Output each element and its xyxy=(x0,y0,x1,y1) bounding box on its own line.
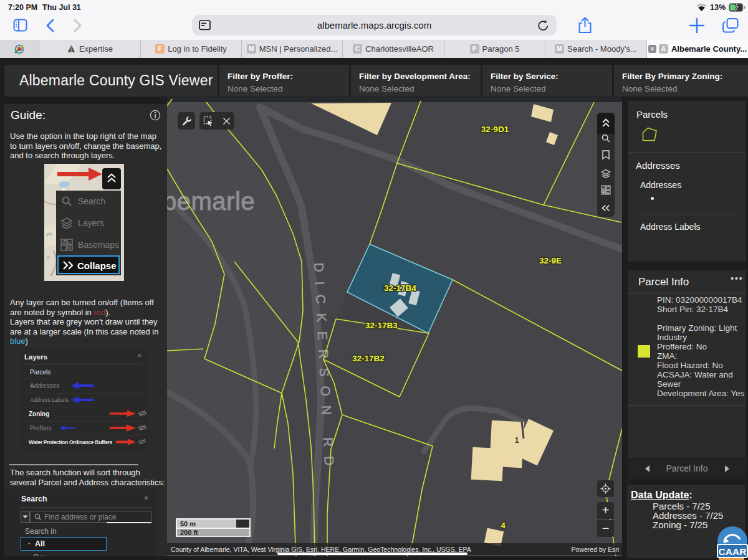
svg-text:32-9E: 32-9E xyxy=(539,256,562,265)
svg-text:32-17B3: 32-17B3 xyxy=(365,321,398,330)
svg-text:CAAR: CAAR xyxy=(719,546,747,557)
svg-text:32-17B4: 32-17B4 xyxy=(384,283,416,293)
svg-text:4: 4 xyxy=(501,521,506,530)
svg-text:a: a xyxy=(47,254,50,260)
svg-text:1: 1 xyxy=(514,435,519,445)
svg-text:32-17B2: 32-17B2 xyxy=(352,354,385,363)
svg-text:yla: yla xyxy=(46,231,53,237)
svg-text:32-9D1: 32-9D1 xyxy=(481,125,509,134)
